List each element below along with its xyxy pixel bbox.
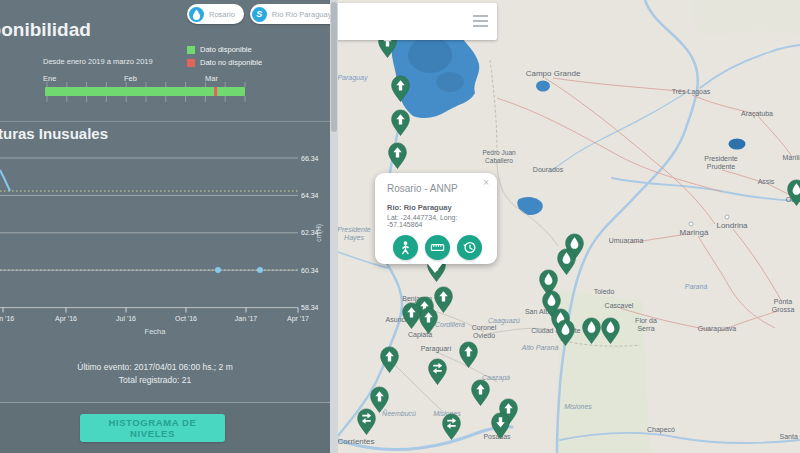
lake (536, 81, 550, 92)
badge-label: Río Río Paraguay (272, 10, 330, 19)
svg-text:Jul '16: Jul '16 (116, 315, 136, 322)
svg-text:66.34: 66.34 (301, 155, 319, 162)
unusual-heights-title: Alturas Inusuales (0, 125, 108, 142)
svg-text:64.34: 64.34 (301, 192, 319, 199)
popup-history-button[interactable] (457, 235, 482, 260)
app-window: RosarioSRío Río Paraguay Disponibilidad … (0, 0, 800, 453)
availability-title: Disponibilidad (0, 19, 91, 41)
popup-person-button[interactable] (393, 235, 418, 260)
map-marker-swap[interactable] (427, 358, 448, 386)
svg-text:Apr '16: Apr '16 (55, 315, 77, 323)
legend-swatch (187, 46, 195, 54)
svg-text:Apr '17: Apr '17 (287, 315, 309, 323)
scrollbar-thumb[interactable] (331, 2, 337, 132)
person-icon (398, 240, 413, 255)
legend-label: Dato disponible (200, 45, 252, 54)
popup-close-button[interactable]: × (483, 177, 489, 188)
ruler-icon (430, 240, 445, 255)
map-marker-arrow-up[interactable] (418, 307, 439, 335)
popup-actions (387, 235, 487, 260)
svg-text:Jan '16: Jan '16 (0, 315, 14, 322)
city-dot (725, 215, 729, 219)
legend-item: Dato disponible (187, 45, 262, 54)
legend-swatch (187, 59, 195, 67)
svg-text:58.34: 58.34 (301, 304, 319, 311)
map-marker-droplet[interactable] (600, 317, 621, 345)
map-canvas[interactable]: Campo GrandeTrês LagoasAraçatubaMaríliaP… (338, 0, 800, 453)
history-icon (462, 240, 477, 255)
sidebar-scrollbar[interactable] (330, 0, 338, 453)
popup-title: Rosario - ANNP (387, 183, 487, 194)
map-marker-droplet[interactable] (581, 317, 602, 345)
svg-text:Oct '16: Oct '16 (175, 315, 197, 322)
legend-item: Dato no disponible (187, 58, 262, 67)
svg-text:cm(H): cm(H) (315, 224, 323, 242)
lake (729, 139, 746, 150)
last-event-text: Último evento: 2017/04/01 06:00 hs.; 2 m (0, 361, 310, 374)
svg-text:Fecha: Fecha (145, 327, 167, 336)
map-marker-arrow-up[interactable] (470, 379, 491, 407)
popup-river-label: Río: Río Paraguay (387, 203, 487, 212)
event-summary: Último evento: 2017/04/01 06:00 hs.; 2 m… (0, 361, 310, 387)
map-marker-arrow-up[interactable] (387, 142, 408, 170)
river-s-logo-icon: S (252, 7, 267, 22)
map-marker-swap[interactable] (441, 413, 462, 441)
unusual-heights-chart: 66.3464.3462.3460.3458.34cm(H)Jan '16Apr… (0, 150, 330, 345)
station-badge-1[interactable]: SRío Río Paraguay (250, 4, 330, 24)
legend-label: Dato no disponible (200, 58, 262, 67)
map-marker-arrow-up[interactable] (458, 341, 479, 369)
svg-text:Ene: Ene (43, 74, 56, 83)
droplet-icon (189, 7, 204, 22)
availability-legend: Dato disponibleDato no disponible (187, 45, 262, 71)
section-divider (0, 121, 330, 122)
svg-text:Mar: Mar (205, 74, 218, 83)
histogram-button[interactable]: HISTOGRAMA DE NIVELES (80, 414, 225, 442)
map-marker-arrow-up[interactable] (390, 109, 411, 137)
svg-text:Jan '17: Jan '17 (235, 315, 257, 322)
popup-tail (427, 263, 443, 273)
availability-timeline: EneFebMar (0, 71, 330, 113)
availability-range-label: Desde enero 2019 a marzo 2019 (43, 57, 153, 66)
map-menu-panel (338, 3, 497, 40)
map-marker-droplet[interactable] (786, 179, 800, 207)
map-marker-arrow-up[interactable] (379, 346, 400, 374)
popup-ruler-button[interactable] (425, 235, 450, 260)
svg-text:60.34: 60.34 (301, 267, 319, 274)
badge-label: Rosario (209, 10, 235, 19)
station-badge-0[interactable]: Rosario (187, 4, 244, 24)
map-marker-droplet[interactable] (556, 248, 577, 276)
total-registered-text: Total registrado: 21 (0, 374, 310, 387)
popup-coords-label: Lat: -24.447734, Long: -57.145864 (387, 214, 487, 228)
map-marker-droplet[interactable] (555, 319, 576, 347)
map-marker-arrow-up[interactable] (390, 75, 411, 103)
menu-icon[interactable] (473, 15, 488, 30)
map-popup: × Rosario - ANNP Río: Río Paraguay Lat: … (375, 173, 497, 264)
map-marker-swap[interactable] (356, 408, 377, 436)
station-sidebar: RosarioSRío Río Paraguay Disponibilidad … (0, 0, 330, 453)
map-marker-arrow-down[interactable] (490, 412, 511, 440)
city-dot (689, 222, 693, 226)
station-badges: RosarioSRío Río Paraguay (187, 4, 330, 24)
svg-text:Feb: Feb (124, 74, 137, 83)
